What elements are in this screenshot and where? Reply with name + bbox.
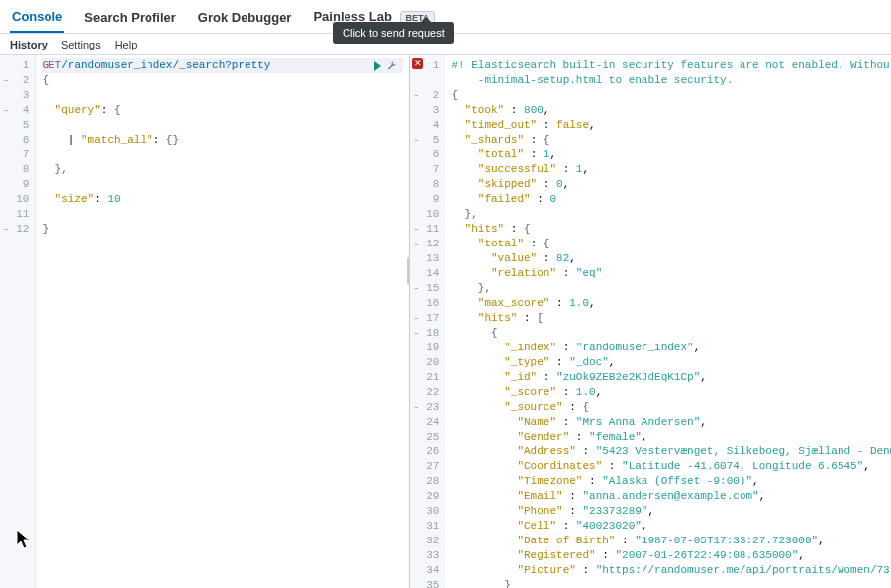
- wrench-icon[interactable]: [387, 61, 397, 71]
- tab-search-profiler[interactable]: Search Profiler: [82, 2, 178, 32]
- response-pane: ✕ 1 - 2 3 4 - 5 6 7 8 9 10 - 11 - 12 13 …: [410, 55, 891, 588]
- tab-grok-debugger[interactable]: Grok Debugger: [196, 2, 294, 32]
- response-code: #! Elasticsearch built-in security featu…: [446, 55, 891, 588]
- request-editor-pane: 1 - 2 3 - 4 5 6 7 8 9 10 11 - 12 GET /ra…: [0, 55, 410, 588]
- request-code[interactable]: GET /randomuser_index/_search?pretty{ "q…: [36, 55, 409, 588]
- warning-icon: ✕: [412, 58, 423, 69]
- send-request-icon[interactable]: [374, 61, 381, 71]
- response-viewer[interactable]: 1 - 2 3 4 - 5 6 7 8 9 10 - 11 - 12 13 14…: [410, 55, 891, 588]
- send-request-tooltip: Click to send request: [333, 22, 454, 44]
- response-line-gutter: 1 - 2 3 4 - 5 6 7 8 9 10 - 11 - 12 13 14…: [410, 55, 446, 588]
- subtab-history[interactable]: History: [10, 39, 48, 50]
- mouse-cursor-icon: [16, 529, 32, 550]
- request-editor[interactable]: 1 - 2 3 - 4 5 6 7 8 9 10 11 - 12 GET /ra…: [0, 55, 409, 588]
- request-line-gutter: 1 - 2 3 - 4 5 6 7 8 9 10 11 - 12: [0, 55, 36, 588]
- subtab-help[interactable]: Help: [115, 39, 138, 50]
- subtab-settings[interactable]: Settings: [61, 39, 101, 50]
- tab-console[interactable]: Console: [10, 1, 64, 33]
